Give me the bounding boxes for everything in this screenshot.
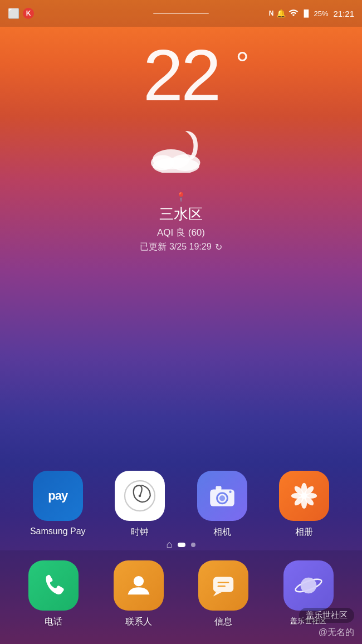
weather-section: 22° 📍 三水区 AQI 良 (60) 已更新 3/25 19:29 ↻ (0, 39, 362, 253)
nfc-icon: N (269, 9, 274, 17)
svg-rect-23 (218, 582, 229, 584)
album-label: 相册 (295, 526, 313, 538)
contacts-icon (114, 560, 164, 611)
update-info: 已更新 3/25 19:29 ↻ (140, 241, 222, 253)
svg-marker-22 (213, 592, 222, 597)
phone-label: 电话 (45, 616, 62, 628)
samsung-pay-label: Samsung Pay (30, 526, 86, 536)
app-item-clock[interactable]: 时钟 (106, 471, 173, 538)
svg-rect-9 (216, 486, 221, 490)
svg-point-8 (219, 495, 225, 501)
svg-rect-21 (213, 577, 233, 592)
camera-label: 相机 (213, 526, 231, 538)
status-bar: ⬜ K N 🔔 ▐▌ 25% 21:21 (0, 0, 362, 27)
phone-icon (28, 560, 79, 611)
status-left: ⬜ K (8, 8, 34, 19)
kies-icon: K (23, 8, 34, 19)
watermark-user: @无名的 (319, 627, 354, 638)
weather-icon (136, 123, 226, 182)
svg-point-10 (229, 491, 231, 493)
clock-icon (115, 471, 165, 521)
svg-rect-24 (218, 586, 226, 587)
dock: 电话 联系人 信息 (0, 550, 362, 644)
signal-icon: ▐▌ (301, 9, 311, 17)
community-badge: 盖乐世社区 (299, 608, 354, 623)
messages-icon (198, 560, 248, 611)
samsung-pay-icon: pay (33, 471, 83, 521)
app-item-samsung-pay[interactable]: pay Samsung Pay (25, 471, 91, 536)
battery-text: 25% (314, 9, 328, 18)
internet-icon (283, 560, 334, 611)
status-right: N 🔔 ▐▌ 25% 21:21 (269, 8, 354, 19)
app-item-album[interactable]: 相册 (271, 471, 337, 538)
gallery-icon: ⬜ (8, 8, 19, 19)
aqi-info: AQI 良 (60) (157, 226, 205, 239)
dock-item-phone[interactable]: 电话 (20, 560, 87, 628)
home-indicator[interactable]: ⌂ (167, 539, 173, 550)
status-center-bar (153, 13, 209, 14)
svg-point-27 (300, 578, 316, 594)
location-pin: 📍 (175, 192, 187, 202)
wifi-icon (288, 8, 299, 19)
page-dot-2 (191, 543, 195, 547)
refresh-icon[interactable]: ↻ (215, 242, 222, 252)
svg-point-19 (301, 492, 307, 499)
page-indicators: ⌂ (0, 539, 362, 550)
camera-icon (197, 471, 247, 521)
app-row: pay Samsung Pay 时钟 (11, 471, 351, 538)
app-grid: pay Samsung Pay 时钟 (0, 471, 362, 538)
page-dot-1 (178, 543, 185, 547)
clock-label: 时钟 (131, 526, 149, 538)
location-name: 三水区 (159, 204, 203, 224)
dock-item-contacts[interactable]: 联系人 (105, 560, 172, 628)
album-icon (279, 471, 329, 521)
time-display: 21:21 (333, 9, 354, 18)
svg-point-5 (139, 495, 141, 497)
alarm-icon: 🔔 (276, 9, 286, 18)
app-item-camera[interactable]: 相机 (189, 471, 256, 538)
temperature-display: 22° (143, 39, 219, 111)
messages-label: 信息 (214, 616, 232, 628)
degree-symbol: ° (236, 47, 247, 81)
contacts-label: 联系人 (125, 616, 152, 628)
svg-point-20 (134, 576, 144, 586)
dock-item-messages[interactable]: 信息 (190, 560, 257, 628)
